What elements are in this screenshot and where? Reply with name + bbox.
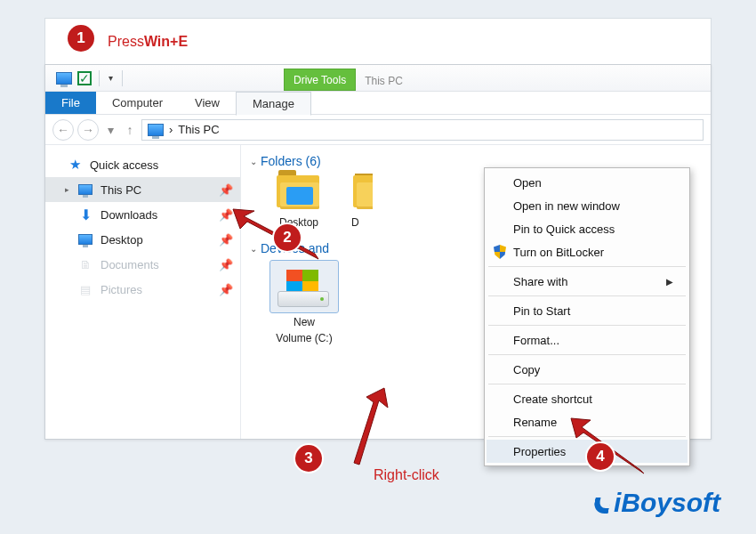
chevron-right-icon: ▸: [63, 185, 70, 194]
menu-pin-quick-access[interactable]: Pin to Quick access: [487, 217, 688, 240]
menu-separator: [488, 325, 686, 326]
shield-icon: [492, 244, 508, 260]
sidebar-item-downloads[interactable]: ⬇ Downloads 📌: [45, 202, 240, 227]
menu-open[interactable]: Open: [487, 171, 688, 194]
menu-pin-to-start[interactable]: Pin to Start: [487, 299, 688, 322]
sidebar-item-label: Downloads: [101, 208, 157, 222]
folder-icon: [275, 174, 323, 211]
drive-label-line2: Volume (C:): [276, 332, 332, 344]
sidebar-item-label: Desktop: [101, 233, 143, 247]
step-badge-1: 1: [68, 25, 94, 52]
brand-watermark: iBoysoft: [594, 488, 720, 518]
breadcrumb-location[interactable]: This PC: [178, 123, 219, 136]
breadcrumb[interactable]: › This PC: [141, 119, 704, 141]
section-title: Folders (6): [261, 154, 321, 168]
pin-icon: 📌: [219, 233, 233, 247]
folder-desktop[interactable]: Desktop: [264, 174, 334, 229]
this-pc-icon: [56, 72, 72, 85]
quick-access-toolbar: ✓ ▾: [51, 65, 130, 91]
tab-computer[interactable]: Computer: [96, 92, 179, 114]
step1-instruction: Press Win+E: [44, 18, 712, 64]
menu-format[interactable]: Format...: [487, 328, 688, 352]
qat-dropdown-icon[interactable]: ▾: [107, 71, 115, 85]
menu-separator: [488, 266, 686, 267]
step-badge-3: 3: [295, 445, 322, 472]
menu-copy[interactable]: Copy: [487, 358, 688, 381]
step1-shortcut: Win+E: [144, 34, 188, 50]
drive-c[interactable]: New Volume (C:): [264, 261, 344, 344]
document-icon: 🗎: [77, 257, 93, 271]
nav-forward-button[interactable]: →: [77, 119, 99, 141]
chevron-down-icon: ⌄: [250, 157, 257, 166]
tab-manage[interactable]: Manage: [236, 92, 311, 116]
step1-text: Press: [108, 34, 144, 50]
sidebar-item-desktop[interactable]: Desktop 📌: [45, 227, 240, 252]
menu-create-shortcut[interactable]: Create shortcut: [487, 387, 688, 410]
menu-separator: [488, 384, 686, 384]
nav-back-button[interactable]: ←: [52, 119, 74, 141]
sidebar-item-quick-access[interactable]: ★ Quick access: [45, 152, 240, 177]
drive-label-line1: New: [294, 316, 315, 328]
pin-icon: 📌: [219, 183, 233, 197]
ribbon-tabs: File Computer View Manage: [45, 92, 711, 115]
menu-separator: [488, 354, 686, 355]
sidebar-item-label: This PC: [101, 183, 141, 197]
step-badge-2: 2: [274, 224, 301, 251]
star-icon: ★: [67, 158, 83, 172]
sidebar-item-this-pc[interactable]: ▸ This PC 📌: [45, 177, 240, 202]
separator: [99, 70, 100, 86]
pin-icon: 📌: [219, 258, 233, 271]
nav-up-button[interactable]: [122, 120, 138, 140]
titlebar: ✓ ▾ Drive Tools This PC: [45, 65, 711, 92]
menu-rename[interactable]: Rename: [487, 410, 688, 433]
navigation-pane: ★ Quick access ▸ This PC 📌 ⬇ Downloads 📌: [45, 145, 241, 439]
drive-tools-tab[interactable]: Drive Tools: [284, 69, 356, 91]
properties-qat-icon[interactable]: ✓: [77, 71, 92, 85]
tab-file[interactable]: File: [45, 92, 96, 114]
folder-label: D: [351, 216, 359, 229]
desktop-icon: [77, 232, 93, 247]
download-icon: ⬇: [77, 207, 93, 222]
sidebar-item-label: Pictures: [101, 283, 142, 296]
sidebar-item-documents[interactable]: 🗎 Documents 📌: [45, 252, 240, 277]
brand-swoosh-icon: [592, 498, 612, 514]
breadcrumb-sep: ›: [169, 123, 173, 136]
nav-recent-dropdown[interactable]: ▾: [102, 120, 118, 140]
sidebar-item-label: Quick access: [90, 158, 158, 172]
pin-icon: 📌: [219, 208, 233, 222]
folder-partial[interactable]: D: [351, 174, 373, 229]
this-pc-title: This PC: [356, 70, 412, 91]
context-menu: Open Open in new window Pin to Quick acc…: [484, 167, 690, 466]
chevron-down-icon: ⌄: [250, 244, 257, 254]
step3-label: Right-click: [374, 467, 439, 483]
menu-separator: [488, 295, 686, 296]
sidebar-item-pictures[interactable]: ▤ Pictures 📌: [45, 277, 240, 302]
picture-icon: ▤: [77, 282, 93, 296]
sidebar-item-label: Documents: [101, 258, 159, 271]
step-badge-4: 4: [587, 443, 614, 470]
address-bar: ← → ▾ › This PC: [45, 115, 711, 145]
folders-section-header[interactable]: ⌄ Folders (6): [250, 154, 702, 168]
menu-turn-on-bitlocker[interactable]: Turn on BitLocker: [487, 240, 688, 263]
breadcrumb-this-pc-icon: [148, 124, 164, 136]
drive-icon: [276, 266, 333, 309]
monitor-icon: [77, 182, 93, 197]
menu-share-with[interactable]: Share with▶: [487, 270, 688, 293]
brand-text: iBoysoft: [614, 488, 720, 518]
menu-open-new-window[interactable]: Open in new window: [487, 194, 688, 217]
folder-icon: [351, 174, 373, 211]
submenu-arrow-icon: ▶: [666, 277, 673, 287]
tab-view[interactable]: View: [179, 92, 236, 114]
pin-icon: 📌: [219, 283, 233, 296]
menu-separator: [488, 436, 686, 437]
separator: [122, 70, 123, 86]
